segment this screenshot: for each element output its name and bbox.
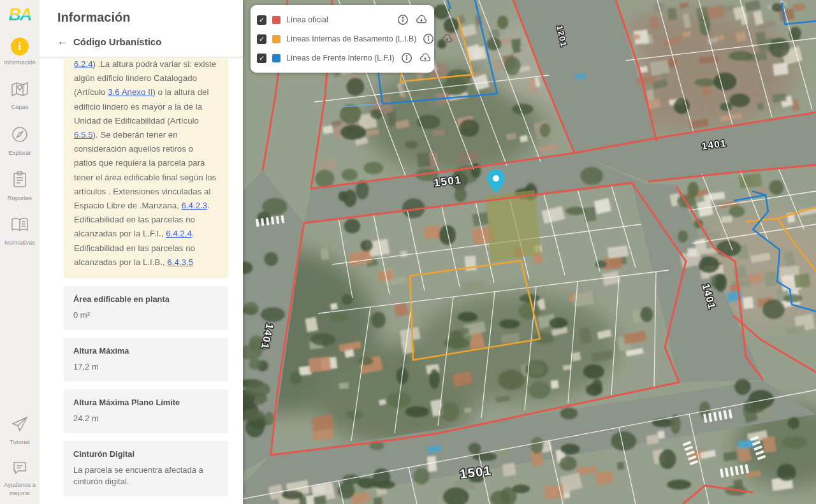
info-circle-icon[interactable] <box>422 32 435 45</box>
regulation-info-box: 6.2.4) .La altura podrá variar si: exist… <box>64 57 228 278</box>
icon-rail: BA i Información Capas Explorar Reportes <box>0 0 40 504</box>
sidebar-item-label: Capas <box>11 103 28 112</box>
sidebar-item-label: Normativas <box>4 239 35 247</box>
sidebar-item-reportes[interactable]: Reportes <box>1 171 39 203</box>
map-canvas[interactable]: 1501 1201 1401 1401 1401 1501 ✓ Línea of… <box>243 0 816 504</box>
color-swatch-red <box>272 16 280 24</box>
info-card-area-edificable: Área edificable en planta 0 m² <box>64 286 228 330</box>
open-book-icon <box>10 217 29 236</box>
info-circle-icon[interactable] <box>397 13 409 26</box>
sidebar-item-label: Explorar <box>8 149 31 157</box>
info-card-altura-plano-limite: Altura Máxima Plano Límite 24.2 m <box>64 389 228 433</box>
card-value: 0 m² <box>73 310 219 322</box>
sidebar-item-ayudanos-a-mejorar[interactable]: Ayudanos a mejorar <box>1 460 39 498</box>
legend-row-lfi: ✓ Líneas de Frente Interno (L.F.I) <box>257 48 428 68</box>
article-link[interactable]: 6.2.4 <box>74 59 93 69</box>
color-swatch-blue <box>272 54 280 62</box>
checkbox-lib[interactable]: ✓ <box>257 34 266 44</box>
sidebar-item-label: Ayudanos a mejorar <box>1 481 39 498</box>
legend-row-linea-oficial: ✓ Línea oficial <box>257 10 428 29</box>
ba-logo[interactable]: BA <box>9 6 31 24</box>
info-card-cinturon-digital: Cinturón Digital La parcela se encuentra… <box>64 441 228 497</box>
feedback-chat-icon <box>11 460 28 478</box>
sidebar-item-normativas[interactable]: Normativas <box>1 217 39 247</box>
article-link[interactable]: 6.5.5 <box>74 130 93 140</box>
sidebar-item-label: Información <box>4 59 36 67</box>
panel-header: Información ← Código Urbanístico <box>40 0 243 57</box>
selected-parcel-highlight <box>486 190 541 263</box>
color-swatch-orange <box>272 35 280 43</box>
paper-plane-icon <box>10 415 29 435</box>
cloud-download-icon[interactable] <box>441 32 453 45</box>
article-link[interactable]: 3.6 Anexo II <box>108 87 152 97</box>
legend-label: Líneas Internas de Basamento (L.I.B) <box>286 34 416 43</box>
sidebar-item-label: Reportes <box>8 194 33 203</box>
card-title: Altura Máxima Plano Límite <box>73 398 219 407</box>
article-link[interactable]: 6.4.3.5 <box>167 257 193 267</box>
card-title: Área edificable en planta <box>73 294 219 304</box>
layers-legend: ✓ Línea oficial ✓ Líneas Internas de Bas… <box>251 5 434 73</box>
info-circle-icon[interactable] <box>400 52 413 64</box>
checkbox-lfi[interactable]: ✓ <box>257 54 266 63</box>
legend-label: Línea oficial <box>286 15 391 24</box>
page-title: Información <box>57 10 243 25</box>
clipboard-icon <box>11 171 28 191</box>
app-root: BA i Información Capas Explorar Reportes <box>0 0 816 504</box>
sidebar-item-informacion[interactable]: i Información <box>1 38 39 67</box>
card-title: Cinturón Digital <box>73 449 219 459</box>
legend-label: Líneas de Frente Interno (L.F.I) <box>286 54 395 62</box>
back-label: Código Urbanístico <box>73 36 161 47</box>
legend-row-lib: ✓ Líneas Internas de Basamento (L.I.B) <box>257 29 428 48</box>
compass-icon <box>11 126 29 146</box>
back-arrow-icon: ← <box>57 35 68 48</box>
cloud-download-icon[interactable] <box>415 13 428 26</box>
article-link[interactable]: 6.4.2.4 <box>166 229 192 238</box>
card-value: 24.2 m <box>73 413 219 425</box>
card-value: 17,2 m <box>73 361 219 373</box>
article-link[interactable]: 6.4.2.3 <box>182 201 208 210</box>
panel-content[interactable]: 6.2.4) .La altura podrá variar si: exist… <box>40 57 243 504</box>
checkbox-linea-oficial[interactable]: ✓ <box>257 15 266 25</box>
aerial-map: 1501 1201 1401 1401 1401 1501 <box>243 0 816 504</box>
sidebar-item-label: Tutorial <box>10 438 29 447</box>
cloud-download-icon[interactable] <box>419 52 432 64</box>
info-icon: i <box>11 38 29 55</box>
sidebar-item-tutorial[interactable]: Tutorial <box>1 415 39 447</box>
layers-map-icon <box>10 81 29 100</box>
back-button[interactable]: ← Código Urbanístico <box>57 35 243 48</box>
card-value: La parcela se encuentra afectada a cintu… <box>73 464 219 489</box>
info-panel: Información ← Código Urbanístico 6.2.4) … <box>40 0 243 504</box>
sidebar-item-explorar[interactable]: Explorar <box>1 126 39 157</box>
info-card-altura-maxima: Altura Máxima 17,2 m <box>64 338 228 382</box>
card-title: Altura Máxima <box>73 346 219 356</box>
sidebar-item-capas[interactable]: Capas <box>1 81 39 112</box>
